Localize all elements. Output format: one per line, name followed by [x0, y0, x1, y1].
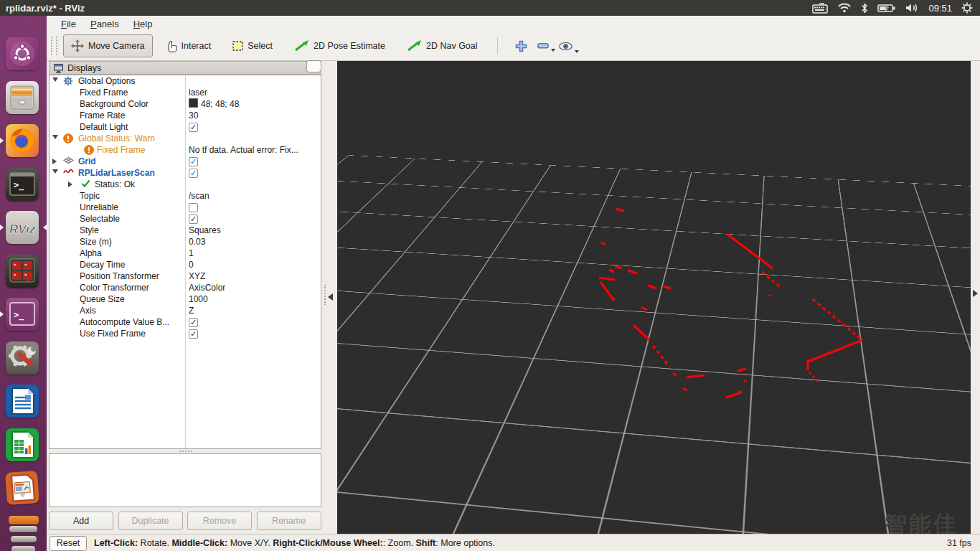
property-value[interactable]: 1000 — [189, 293, 208, 305]
menu-file[interactable]: File — [55, 17, 82, 31]
checkbox-rplidarlaserscan[interactable]: ✓ — [189, 169, 198, 178]
tree-row-color-transformer[interactable]: Color TransformerAxisColor — [50, 282, 321, 293]
battery-icon[interactable] — [877, 4, 895, 13]
tree-row-axis[interactable]: AxisZ — [50, 305, 321, 316]
tree-row-background-color[interactable]: Background Color48; 48; 48 — [50, 98, 321, 110]
property-value[interactable]: 48; 48; 48 — [189, 98, 239, 110]
splitter-dots — [324, 285, 326, 305]
launcher-files[interactable] — [6, 81, 39, 114]
bluetooth-icon[interactable] — [861, 3, 868, 14]
help-run: : More options. — [435, 538, 495, 548]
property-value[interactable]: laser — [189, 87, 207, 98]
launcher-libreoffice-writer[interactable] — [6, 385, 39, 418]
keyboard-icon[interactable] — [812, 3, 828, 14]
tree-row-topic[interactable]: Topic/scan — [50, 190, 321, 202]
tree-row-fixed-frame[interactable]: Fixed FrameNo tf data. Actual error: Fix… — [50, 144, 321, 156]
property-value[interactable]: 30 — [189, 110, 198, 121]
tree-row-size-m[interactable]: Size (m)0.03 — [50, 236, 321, 248]
panel-float-button[interactable] — [306, 60, 321, 72]
clock-text[interactable]: 09:51 — [928, 3, 952, 14]
tree-row-use-fixed-frame[interactable]: Use Fixed Frame✓ — [50, 328, 321, 339]
tree-row-grid[interactable]: Grid✓ — [50, 156, 321, 167]
tool-select[interactable]: Select — [225, 36, 281, 56]
collapse-left-icon[interactable] — [328, 293, 333, 301]
wifi-icon[interactable] — [837, 3, 852, 13]
property-value[interactable]: Z — [189, 305, 194, 316]
property-value[interactable]: No tf data. Actual error: Fix... — [189, 144, 298, 156]
help-run: Middle-Click: — [171, 538, 227, 548]
focus-camera-tool[interactable] — [559, 42, 573, 50]
property-value[interactable]: /scan — [189, 190, 209, 202]
launcher-firefox[interactable] — [6, 124, 39, 157]
power-gear-icon[interactable] — [961, 2, 973, 14]
tree-row-position-transformer[interactable]: Position TransformerXYZ — [50, 270, 321, 282]
tree-row-alpha[interactable]: Alpha1 — [50, 248, 321, 259]
launcher-folded-item[interactable] — [9, 526, 37, 532]
tool-move-camera[interactable]: Move Camera — [63, 34, 153, 57]
expander-icon[interactable] — [68, 182, 72, 187]
checkbox-use-fixed-frame[interactable]: ✓ — [189, 329, 198, 339]
tree-row-unreliable[interactable]: Unreliable — [50, 202, 321, 213]
add-button[interactable]: Add — [49, 512, 113, 530]
left-splitter[interactable] — [321, 61, 337, 534]
tree-row-rplidarlaserscan[interactable]: RPLidarLaserScan✓ — [50, 167, 321, 179]
tree-row-global-options[interactable]: Global Options — [50, 75, 321, 87]
expand-right-icon[interactable] — [973, 290, 978, 297]
tree-row-fixed-frame[interactable]: Fixed Framelaser — [50, 87, 321, 98]
expander-icon[interactable] — [52, 77, 58, 82]
expander-icon[interactable] — [52, 159, 57, 164]
expander-icon[interactable] — [52, 169, 58, 174]
tool-interact[interactable]: Interact — [159, 35, 220, 57]
zoom-in-tool[interactable] — [515, 40, 527, 52]
dropdown-caret-icon[interactable] — [551, 49, 555, 52]
render-viewport-3d[interactable]: 智能佳 — [337, 61, 971, 534]
launcher-rviz[interactable]: RViz — [6, 211, 39, 244]
tree-row-queue-size[interactable]: Queue Size1000 — [50, 293, 321, 305]
property-label: Fixed Frame — [97, 144, 145, 156]
property-value[interactable]: XYZ — [189, 270, 205, 282]
expander-icon[interactable] — [52, 135, 58, 139]
svg-text:>: > — [24, 272, 27, 277]
launcher-ubuntu-dash[interactable] — [6, 37, 39, 70]
launcher-terminal-purple[interactable]: >_ — [6, 298, 39, 331]
property-value[interactable]: 0.03 — [189, 236, 205, 248]
checkbox-default-light[interactable]: ✓ — [189, 123, 198, 132]
tree-row-status-ok[interactable]: Status: Ok — [50, 179, 321, 190]
displays-panel-header[interactable]: Displays — [49, 61, 321, 75]
menu-panels[interactable]: Panels — [85, 17, 125, 31]
tree-row-global-status-warn[interactable]: Global Status: Warn — [50, 133, 321, 144]
tree-row-autocompute-value-b[interactable]: Autocompute Value B...✓ — [50, 316, 321, 328]
launcher-libreoffice-calc[interactable] — [6, 428, 39, 461]
tree-row-decay-time[interactable]: Decay Time0 — [50, 259, 321, 270]
tree-row-frame-rate[interactable]: Frame Rate30 — [50, 110, 321, 121]
reset-button[interactable]: Reset — [50, 536, 87, 551]
checkbox-selectable[interactable]: ✓ — [189, 215, 198, 224]
dropdown-caret-icon[interactable] — [575, 50, 579, 53]
right-splitter[interactable] — [971, 61, 980, 534]
launcher-folded-item[interactable] — [11, 536, 37, 542]
menu-help[interactable]: Help — [128, 17, 159, 31]
tree-row-selectable[interactable]: Selectable✓ — [50, 213, 321, 225]
launcher-system-tools[interactable] — [6, 342, 39, 375]
tool-label: Move Camera — [88, 41, 145, 51]
zoom-out-tool[interactable] — [537, 43, 549, 49]
volume-icon[interactable] — [905, 3, 919, 13]
toolbar-drag-handle[interactable] — [51, 37, 57, 55]
property-value[interactable]: AxisColor — [189, 282, 225, 293]
checkbox-autocompute-value-b[interactable]: ✓ — [189, 318, 198, 327]
property-value[interactable]: 1 — [189, 248, 194, 259]
property-value[interactable]: 0 — [189, 259, 194, 270]
checkbox-grid[interactable]: ✓ — [189, 157, 198, 166]
tree-row-default-light[interactable]: Default Light✓ — [50, 121, 321, 133]
checkbox-unreliable[interactable] — [189, 203, 198, 212]
property-value[interactable]: Squares — [189, 225, 221, 236]
launcher-folded-item[interactable] — [11, 546, 35, 551]
scan-segment — [653, 346, 669, 367]
tree-row-style[interactable]: StyleSquares — [50, 225, 321, 236]
launcher-libreoffice-impress[interactable] — [5, 471, 39, 505]
launcher-terminator[interactable]: >>>> — [6, 255, 39, 288]
tool-2d-nav-goal[interactable]: 2D Nav Goal — [399, 35, 486, 57]
launcher-folded-item[interactable] — [9, 516, 39, 524]
tool-2d-pose-estimate[interactable]: 2D Pose Estimate — [286, 35, 393, 57]
launcher-terminal-dark[interactable]: >_ — [6, 168, 39, 201]
